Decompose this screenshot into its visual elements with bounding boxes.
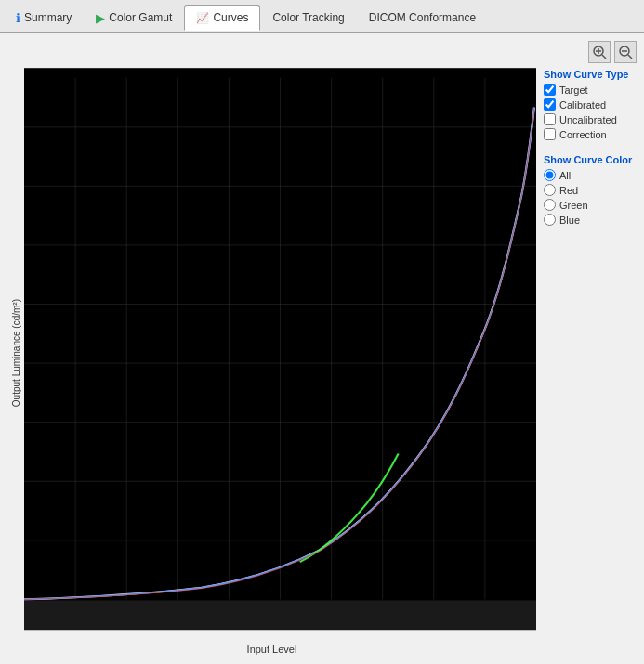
tab-curves-label: Curves — [213, 11, 248, 24]
checkbox-calibrated[interactable] — [544, 98, 556, 111]
curves-icon: 📈 — [196, 12, 209, 24]
tab-bar: ℹ Summary ▶ Color Gamut 📈 Curves Color T… — [0, 0, 644, 33]
show-curve-type-title: Show Curve Type — [544, 69, 637, 80]
radio-all[interactable] — [544, 169, 556, 181]
checkbox-row-target: Target — [544, 84, 637, 96]
tab-dicom-conformance[interactable]: DICOM Conformance — [357, 5, 488, 31]
radio-green-label[interactable]: Green — [559, 200, 588, 211]
show-curve-color-section: Show Curve Color All Red Green Blue — [544, 154, 637, 228]
svg-rect-25 — [24, 600, 536, 630]
tab-curves[interactable]: 📈 Curves — [184, 5, 260, 31]
checkbox-row-calibrated: Calibrated — [544, 98, 637, 111]
show-curve-color-title: Show Curve Color — [544, 154, 637, 165]
checkbox-calibrated-label[interactable]: Calibrated — [559, 99, 606, 111]
radio-row-blue: Blue — [544, 214, 637, 226]
zoom-out-button[interactable] — [614, 41, 637, 63]
y-axis-label-wrapper: Output Luminance (cd/m²) — [7, 67, 24, 640]
zoom-in-icon — [592, 45, 607, 59]
zoom-in-button[interactable] — [588, 41, 611, 63]
x-axis-label: Input Level — [7, 644, 536, 657]
radio-red-label[interactable]: Red — [559, 185, 578, 196]
tab-color-tracking-label: Color Tracking — [272, 11, 344, 24]
sidebar-panel: Show Curve Type Target Calibrated Uncali… — [544, 67, 637, 657]
svg-line-1 — [602, 55, 606, 59]
checkbox-uncalibrated-label[interactable]: Uncalibrated — [559, 114, 617, 125]
checkbox-row-correction: Correction — [544, 128, 637, 140]
zoom-out-icon — [618, 45, 633, 59]
chart-wrapper: Output Luminance (cd/m²) — [7, 67, 536, 657]
chart-svg-container — [24, 67, 536, 640]
show-curve-type-section: Show Curve Type Target Calibrated Uncali… — [544, 69, 637, 143]
main-content: Output Luminance (cd/m²) — [0, 33, 644, 664]
tab-dicom-conformance-label: DICOM Conformance — [369, 11, 476, 24]
chart-sidebar-container: Output Luminance (cd/m²) — [7, 67, 637, 657]
checkbox-uncalibrated[interactable] — [544, 113, 556, 125]
tab-color-gamut-label: Color Gamut — [109, 11, 172, 24]
tab-color-tracking[interactable]: Color Tracking — [260, 5, 356, 31]
checkbox-correction-label[interactable]: Correction — [559, 129, 607, 140]
tab-summary-label: Summary — [24, 11, 72, 24]
radio-green[interactable] — [544, 199, 556, 211]
color-gamut-icon: ▶ — [96, 11, 105, 25]
tab-summary[interactable]: ℹ Summary — [4, 5, 84, 31]
y-axis-label: Output Luminance (cd/m²) — [11, 299, 21, 407]
chart-svg — [24, 67, 536, 640]
radio-all-label[interactable]: All — [559, 170, 571, 181]
radio-blue[interactable] — [544, 214, 556, 226]
radio-row-red: Red — [544, 184, 637, 196]
checkbox-target-label[interactable]: Target — [559, 85, 588, 96]
checkbox-correction[interactable] — [544, 128, 556, 140]
svg-line-5 — [628, 55, 632, 59]
checkbox-target[interactable] — [544, 84, 556, 96]
chart-inner: Output Luminance (cd/m²) — [7, 67, 536, 640]
radio-blue-label[interactable]: Blue — [559, 215, 580, 226]
checkbox-row-uncalibrated: Uncalibrated — [544, 113, 637, 125]
radio-row-green: Green — [544, 199, 637, 211]
summary-icon: ℹ — [16, 11, 20, 25]
radio-red[interactable] — [544, 184, 556, 196]
radio-row-all: All — [544, 169, 637, 181]
controls-row — [7, 41, 637, 63]
tab-color-gamut[interactable]: ▶ Color Gamut — [84, 5, 184, 31]
